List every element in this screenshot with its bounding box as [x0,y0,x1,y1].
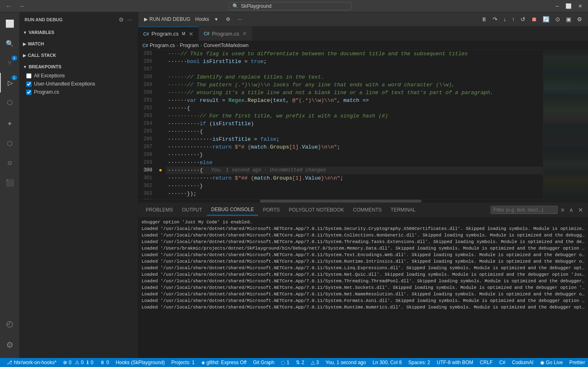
debug-disconnect-button[interactable]: 🔄 [540,15,552,24]
status-sync1[interactable]: ◌ 1 [277,358,293,367]
tab-program-cs-active[interactable]: C# Program.cs M ✕ [138,27,199,41]
run-debug-button[interactable]: ▶ RUN AND DEBUG [142,15,193,23]
status-debug-name[interactable]: Hooks (SkPlayground) [113,358,168,367]
status-cursor[interactable]: Ln 300, Col 8 [369,358,405,367]
sidebar-item-extensions[interactable]: ⬡ [0,92,20,112]
sidebar-item-testing[interactable]: ⬡ [0,133,20,153]
debug-step-into-button[interactable]: ↓ [501,15,509,24]
horizontal-scrollbar[interactable] [138,199,543,203]
tab-ports[interactable]: PORTS [259,205,284,215]
status-copilot[interactable]: ◈ gllthd: Express Off [198,358,250,367]
console-line: Loaded '/usr/local/share/dotnet/shared/M… [142,239,585,245]
variables-label: VARIABLES [29,30,54,35]
status-codium[interactable]: CodiumAI [509,358,537,367]
run-debug-label: RUN AND DEBUG [149,16,190,22]
debug-toolbar-icon1[interactable]: ⊙ [553,15,563,24]
breakpoint-program-checkbox[interactable] [26,90,32,95]
status-git-branch[interactable]: ⎇ hbr/work-on-hooks* [3,358,60,367]
tab-debug-console[interactable]: DEBUG CONSOLE [207,204,258,216]
prettier-label: Prettier [569,360,585,365]
sidebar-item-explorer[interactable]: ⬜ [0,14,20,34]
status-projects[interactable]: Projects: 1 [168,358,198,367]
variables-header[interactable]: ▼ VARIABLES [20,28,138,36]
tab-terminal[interactable]: TERMINAL [387,205,420,215]
status-git-graph[interactable]: Git Graph [250,358,277,367]
debug-continue-button[interactable]: ⏸ [479,15,489,24]
status-sync3[interactable]: △ 3 [308,358,322,367]
window-maximize-button[interactable]: ⬜ [563,2,574,10]
debug-more-button[interactable]: ··· [235,15,244,23]
tab-output[interactable]: OUTPUT [178,205,206,215]
tab-close-active[interactable]: ✕ [189,31,194,37]
title-bar-nav: ← → [3,2,27,10]
tab-problems[interactable]: PROBLEMS [142,205,177,215]
blame-label: You, 1 second ago [325,360,366,365]
sidebar-settings-button[interactable]: ⚙ [118,16,125,24]
panel-collapse-button[interactable]: ∧ [568,206,575,214]
panel-filter[interactable] [491,206,558,214]
sync2-icon: ⇅ [296,360,300,365]
line-num-291: 291 [138,97,155,104]
variables-section: ▼ VARIABLES [20,27,138,38]
sidebar-item-ports[interactable]: ⊙ [0,153,20,173]
tab-label: Program.cs [212,31,239,37]
sidebar-item-source-control[interactable]: ⑂ 3 [0,53,20,73]
sidebar-item-timeline[interactable]: ◴ [0,314,20,333]
tab-polyglot[interactable]: POLYGLOT NOTEBOOK [285,205,348,215]
debug-toolbar-icon3[interactable]: ⚙ [574,15,585,24]
debug-step-out-button[interactable]: ↑ [509,15,517,24]
debug-settings-button[interactable]: ⚙ [223,15,233,23]
debug-step-over-button[interactable]: ↷ [490,15,500,24]
debug-toolbar-icon2[interactable]: ▣ [563,15,574,24]
nav-back-button[interactable]: ← [3,2,14,10]
call-stack-header[interactable]: ▶ CALL STACK [20,51,138,59]
tab-close[interactable]: ✕ [242,30,247,37]
search-input[interactable] [241,3,348,9]
status-eol[interactable]: CRLF [477,358,496,367]
status-blame[interactable]: You, 1 second ago [322,358,369,367]
breakpoints-header[interactable]: ▼ BREAKPOINTS [20,63,138,71]
status-language[interactable]: C# [496,358,509,367]
status-problems[interactable]: ⊗ 0 ⚠ 0 ℹ 0 [60,358,97,367]
breakpoint-all-exceptions-checkbox[interactable] [26,73,32,79]
config-name: Hooks [195,16,209,22]
debug-restart-button[interactable]: ↺ [518,15,528,24]
status-golive[interactable]: ◉ Go Live [537,358,566,367]
panel-filter-icon[interactable]: ≡ [559,206,566,214]
tab-comments[interactable]: COMMENTS [349,205,386,215]
line-num-289: 289 [138,81,155,89]
sidebar-item-extra[interactable]: ⬛ [0,173,20,192]
search-bar[interactable]: 🔍 [229,2,351,10]
breadcrumb-part-0[interactable]: Program.cs [150,43,175,48]
nav-forward-button[interactable]: → [16,2,27,10]
debug-stop-button[interactable]: ⏹ [529,15,539,24]
debug-config-dropdown[interactable]: ▼ [212,16,221,23]
sidebar-item-run-debug[interactable]: ▷ 1 [0,73,20,92]
breakpoint-item-user-unhandled[interactable]: User-Unhandled Exceptions [20,80,138,88]
golive-label: Go Live [546,360,563,365]
breakpoint-user-unhandled-checkbox[interactable] [26,81,32,87]
breakpoint-item-all-exceptions[interactable]: All Exceptions [20,72,138,80]
watch-header[interactable]: ▶ WATCH [20,40,138,48]
run-debug-badge: 1 [11,75,17,80]
copilot-icon: ◈ [201,360,205,365]
breakpoint-item-program[interactable]: Program.cs [20,88,138,96]
status-prettier[interactable]: Prettier [566,358,588,367]
status-bar-right: You, 1 second ago Ln 300, Col 8 Spaces: … [322,358,588,367]
status-spaces[interactable]: Spaces: 2 [405,358,433,367]
status-debug-pause[interactable]: ⏸ 0 [97,358,113,367]
code-editor[interactable]: 285 286 287 288 289 290 291 292 293 294 … [138,50,543,203]
panel-filter-input[interactable] [493,207,555,213]
status-encoding[interactable]: UTF-8 with BOM [433,358,476,367]
status-sync2[interactable]: ⇅ 2 [293,358,308,367]
breadcrumb-part-1[interactable]: Program [180,43,198,48]
tab-program-cs[interactable]: C# Program.cs ✕ [199,27,253,41]
panel-close-button[interactable]: ✕ [577,206,585,214]
sidebar-item-search[interactable]: 🔍 [0,34,20,53]
sidebar-item-copilot[interactable]: ✦ [0,114,20,133]
sidebar-item-settings[interactable]: ⚙ [0,335,20,355]
window-minimize-button[interactable]: ─ [553,2,561,10]
window-close-button[interactable]: ✕ [576,2,585,10]
sidebar-more-button[interactable]: ··· [126,16,133,24]
breadcrumb-part-2[interactable]: ConvertToMarkdown [203,43,248,48]
